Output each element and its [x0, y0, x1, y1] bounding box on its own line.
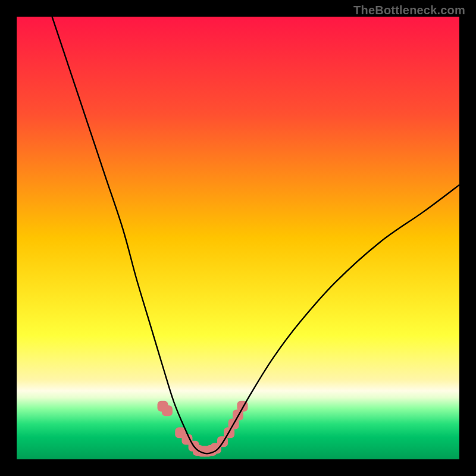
outer-frame: TheBottleneck.com	[0, 0, 476, 476]
bottleneck-curve-chart	[17, 17, 459, 459]
plot-area	[17, 17, 459, 459]
gradient-background	[17, 17, 459, 459]
watermark-text: TheBottleneck.com	[353, 4, 465, 17]
marker-point	[162, 405, 173, 416]
